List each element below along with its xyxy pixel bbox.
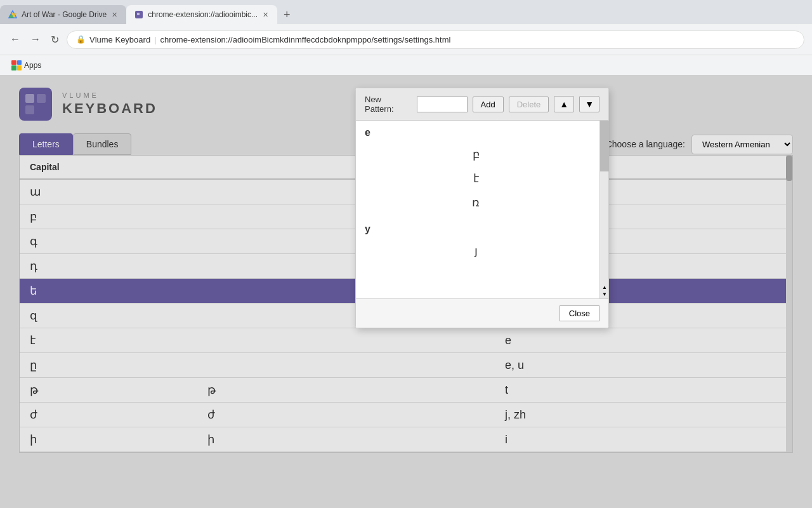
back-button[interactable]: ← — [8, 31, 23, 48]
pattern-item[interactable]: է — [365, 168, 587, 189]
modal-overlay: New Pattern: Add Delete ▲ ▼ e բ է ռ y յ — [0, 75, 812, 508]
delete-button[interactable]: Delete — [509, 97, 549, 112]
new-pattern-label: New Pattern: — [365, 95, 412, 114]
bookmarks-bar: Apps — [0, 55, 812, 75]
modal-toolbar: New Pattern: Add Delete ▲ ▼ — [356, 88, 608, 121]
address-separator: | — [154, 35, 156, 44]
drive-favicon — [8, 10, 18, 20]
page-content: VLUME KEYBOARD Letters Bundles Choose a … — [0, 75, 812, 508]
add-button[interactable]: Add — [473, 97, 504, 112]
apps-button[interactable]: Apps — [8, 59, 45, 72]
tab-2-title: chrome-extension://adiooimbic... — [148, 10, 258, 19]
move-down-button[interactable]: ▼ — [579, 96, 599, 112]
apps-label: Apps — [24, 61, 41, 70]
pattern-item[interactable]: ռ — [365, 192, 587, 213]
extension-favicon — [134, 10, 144, 20]
address-bar-row: ← → ↻ 🔒 Vlume Keyboard | chrome-extensio… — [0, 24, 812, 55]
modal-dialog: New Pattern: Add Delete ▲ ▼ e բ է ռ y յ — [355, 88, 609, 328]
modal-scrollbar[interactable]: ▲ ▼ — [599, 121, 608, 298]
new-tab-button[interactable]: + — [277, 5, 297, 24]
address-bar[interactable]: 🔒 Vlume Keyboard | chrome-extension://ad… — [67, 30, 804, 49]
forward-button[interactable]: → — [28, 31, 43, 48]
new-pattern-input[interactable] — [417, 97, 468, 112]
apps-grid-icon — [11, 60, 22, 70]
address-url: chrome-extension://adiooimBicmkdinmffecd… — [160, 35, 451, 44]
tab-1-title: Art of War - Google Drive — [22, 10, 107, 19]
browser-tab-1[interactable]: Art of War - Google Drive ✕ — [0, 5, 126, 24]
tab-1-close[interactable]: ✕ — [110, 10, 119, 20]
site-name: Vlume Keyboard — [89, 35, 150, 44]
browser-tab-2[interactable]: chrome-extension://adiooimbic... ✕ — [126, 5, 277, 24]
section-letter-e: e — [365, 127, 587, 138]
modal-footer: Close — [356, 298, 608, 328]
close-button[interactable]: Close — [560, 305, 599, 321]
modal-content[interactable]: e բ է ռ y յ — [356, 121, 599, 298]
tab-2-close[interactable]: ✕ — [261, 10, 270, 20]
modal-scrollbar-thumb — [600, 121, 609, 171]
lock-icon: 🔒 — [76, 35, 86, 44]
move-up-button[interactable]: ▲ — [554, 96, 574, 112]
modal-scroll-arrows: ▲ ▼ — [600, 284, 609, 298]
section-letter-y: y — [365, 224, 587, 235]
tab-bar: Art of War - Google Drive ✕ chrome-exten… — [0, 0, 812, 24]
pattern-item[interactable]: յ — [365, 240, 587, 262]
reload-button[interactable]: ↻ — [48, 31, 62, 48]
pattern-item[interactable]: բ — [365, 144, 587, 165]
svg-rect-4 — [137, 13, 140, 15]
